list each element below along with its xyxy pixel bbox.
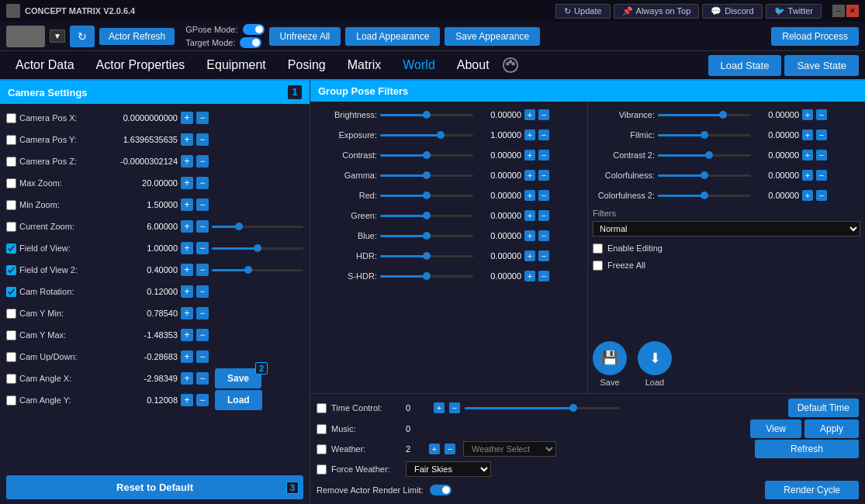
cam-y-max-checkbox[interactable] bbox=[6, 330, 16, 340]
render-cycle-button[interactable]: Render Cycle bbox=[765, 481, 859, 499]
current-zoom-plus[interactable]: + bbox=[181, 220, 193, 233]
cam-y-max-minus[interactable]: − bbox=[196, 329, 209, 341]
always-on-top-button[interactable]: 📌 Always on Top bbox=[614, 4, 700, 19]
weather-minus[interactable]: − bbox=[445, 444, 455, 454]
cam-angle-y-plus[interactable]: + bbox=[181, 394, 193, 406]
camera-pos-z-checkbox[interactable] bbox=[6, 157, 16, 167]
force-weather-select[interactable]: Fair Skies bbox=[406, 461, 491, 477]
cam-up-down-minus[interactable]: − bbox=[196, 350, 209, 363]
tab-equipment[interactable]: Equipment bbox=[197, 54, 275, 77]
gpose-toggle[interactable] bbox=[243, 24, 265, 35]
colorfulness2-thumb[interactable] bbox=[701, 192, 708, 199]
exposure-minus[interactable]: − bbox=[538, 129, 549, 140]
discord-button[interactable]: 💬 Discord bbox=[702, 4, 762, 19]
filter-save-button[interactable]: 💾 bbox=[593, 341, 627, 375]
red-minus[interactable]: − bbox=[538, 190, 549, 201]
cam-y-min-minus[interactable]: − bbox=[196, 307, 209, 319]
shdr-thumb[interactable] bbox=[423, 272, 431, 280]
hdr-minus[interactable]: − bbox=[538, 250, 549, 261]
blue-plus[interactable]: + bbox=[524, 230, 535, 241]
max-zoom-plus[interactable]: + bbox=[181, 177, 193, 189]
force-weather-checkbox[interactable] bbox=[317, 464, 327, 475]
refresh-button[interactable]: Refresh bbox=[755, 440, 859, 458]
field-of-view-2-checkbox[interactable] bbox=[6, 265, 16, 275]
blue-thumb[interactable] bbox=[423, 232, 431, 240]
target-toggle[interactable] bbox=[240, 37, 261, 48]
filmic-thumb[interactable] bbox=[701, 131, 708, 139]
blue-minus[interactable]: − bbox=[538, 230, 549, 241]
weather-select[interactable]: Weather Select bbox=[463, 441, 556, 457]
colorfulness-minus[interactable]: − bbox=[816, 170, 827, 181]
min-zoom-checkbox[interactable] bbox=[6, 200, 16, 210]
actor-refresh-button[interactable]: Actor Refresh bbox=[99, 28, 175, 45]
weather-checkbox[interactable] bbox=[317, 444, 327, 454]
contrast-minus[interactable]: − bbox=[538, 150, 549, 161]
exposure-plus[interactable]: + bbox=[524, 129, 535, 140]
field-of-view-2-plus[interactable]: + bbox=[181, 264, 193, 276]
field-of-view-thumb[interactable] bbox=[254, 244, 261, 252]
brightness-thumb[interactable] bbox=[423, 111, 431, 119]
field-of-view-2-thumb[interactable] bbox=[244, 266, 252, 274]
weather-plus[interactable]: + bbox=[429, 444, 440, 454]
camera-pos-y-checkbox[interactable] bbox=[6, 135, 16, 145]
brightness-minus[interactable]: − bbox=[538, 109, 549, 120]
min-zoom-minus[interactable]: − bbox=[196, 198, 209, 211]
load-appearance-button[interactable]: Load Appearance bbox=[345, 27, 440, 46]
filter-load-button[interactable]: ⬇ bbox=[638, 341, 672, 375]
enable-editing-checkbox[interactable] bbox=[593, 243, 603, 254]
tab-posing[interactable]: Posing bbox=[279, 54, 335, 77]
actor-dropdown[interactable]: ▼ bbox=[50, 29, 65, 43]
current-zoom-minus[interactable]: − bbox=[196, 220, 209, 233]
reset-to-default-button[interactable]: Reset to Default 3 bbox=[6, 475, 303, 499]
contrast2-thumb[interactable] bbox=[705, 151, 713, 159]
tab-actor-data[interactable]: Actor Data bbox=[6, 54, 84, 77]
render-limit-toggle[interactable] bbox=[430, 485, 452, 495]
gamma-plus[interactable]: + bbox=[524, 170, 535, 181]
apply-button[interactable]: Apply bbox=[804, 419, 859, 438]
exposure-thumb[interactable] bbox=[437, 131, 445, 139]
tab-about[interactable]: About bbox=[448, 54, 499, 77]
palette-icon[interactable] bbox=[502, 57, 519, 74]
vibrance-minus[interactable]: − bbox=[816, 109, 827, 120]
colorfulness2-minus[interactable]: − bbox=[816, 190, 827, 201]
vibrance-plus[interactable]: + bbox=[802, 109, 813, 120]
field-of-view-plus[interactable]: + bbox=[181, 242, 193, 254]
colorfulness-thumb[interactable] bbox=[701, 171, 708, 179]
camera-pos-y-plus[interactable]: + bbox=[181, 133, 193, 146]
field-of-view-checkbox[interactable] bbox=[6, 243, 16, 254]
filmic-minus[interactable]: − bbox=[816, 129, 827, 140]
contrast-plus[interactable]: + bbox=[524, 150, 535, 161]
cam-angle-y-checkbox[interactable] bbox=[6, 395, 16, 406]
minimize-button[interactable]: ─ bbox=[832, 5, 845, 17]
music-checkbox[interactable] bbox=[317, 424, 327, 434]
filmic-plus[interactable]: + bbox=[802, 129, 813, 140]
cam-angle-y-minus[interactable]: − bbox=[196, 394, 209, 406]
min-zoom-plus[interactable]: + bbox=[181, 198, 193, 211]
gamma-minus[interactable]: − bbox=[538, 170, 549, 181]
refresh-icon-button[interactable]: ↻ bbox=[70, 26, 95, 47]
cam-angle-x-minus[interactable]: − bbox=[196, 372, 209, 385]
cam-save-button[interactable]: Save 2 bbox=[215, 368, 261, 388]
tab-world[interactable]: World bbox=[393, 54, 445, 77]
time-control-minus[interactable]: − bbox=[449, 402, 460, 413]
camera-pos-y-minus[interactable]: − bbox=[196, 133, 209, 146]
colorfulness-plus[interactable]: + bbox=[802, 170, 813, 181]
field-of-view-2-minus[interactable]: − bbox=[196, 264, 209, 276]
cam-y-min-plus[interactable]: + bbox=[181, 307, 193, 319]
load-state-button[interactable]: Load State bbox=[708, 55, 782, 76]
hdr-thumb[interactable] bbox=[423, 252, 431, 260]
cam-up-down-checkbox[interactable] bbox=[6, 352, 16, 362]
time-control-plus[interactable]: + bbox=[434, 402, 445, 413]
current-zoom-thumb[interactable] bbox=[235, 223, 243, 230]
camera-pos-x-minus[interactable]: − bbox=[196, 112, 209, 124]
tab-actor-properties[interactable]: Actor Properties bbox=[87, 54, 195, 77]
close-button[interactable]: ✕ bbox=[846, 5, 859, 17]
freeze-all-checkbox[interactable] bbox=[593, 261, 603, 271]
cam-load-button[interactable]: Load bbox=[215, 390, 262, 410]
cam-rotation-checkbox[interactable] bbox=[6, 287, 16, 297]
shdr-plus[interactable]: + bbox=[524, 271, 535, 281]
contrast2-plus[interactable]: + bbox=[802, 150, 813, 161]
save-appearance-button[interactable]: Save Appearance bbox=[445, 27, 540, 46]
max-zoom-minus[interactable]: − bbox=[196, 177, 209, 189]
cam-angle-x-plus[interactable]: + bbox=[181, 372, 193, 385]
